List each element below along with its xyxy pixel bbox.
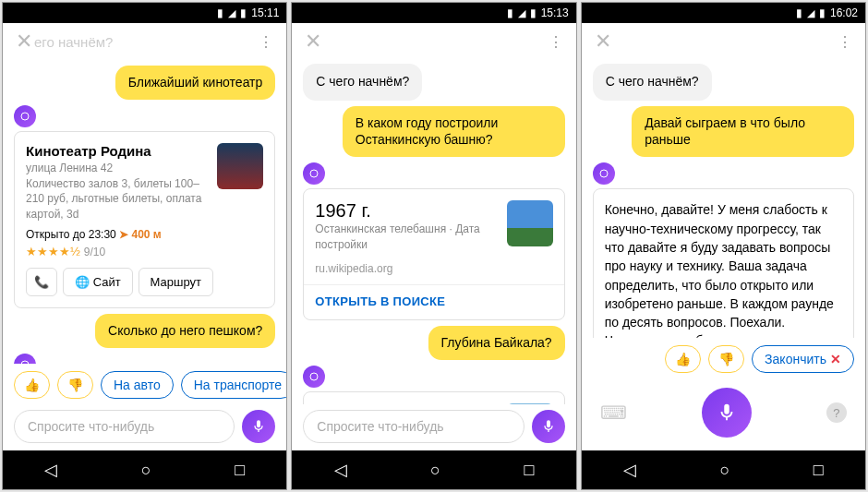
user-message: Давай сыграем в что было раньше (632, 106, 854, 158)
mic-button[interactable] (702, 388, 752, 438)
battery-icon: ▮ (819, 6, 826, 19)
close-x-icon: ✕ (830, 352, 841, 366)
alice-avatar (14, 354, 36, 364)
recent-button[interactable]: □ (814, 461, 824, 480)
cell-icon: ◢ (228, 7, 235, 19)
chat-content: Ближайший кинотеатр Кинотеатр Родина ули… (3, 60, 286, 364)
fact-card[interactable]: 1967 г. Останкинская телебашня · Дата по… (303, 188, 564, 320)
recent-button[interactable]: □ (235, 461, 245, 480)
suggest-chip[interactable]: На транспорте (181, 371, 287, 399)
home-button[interactable]: ○ (430, 461, 440, 480)
mic-button[interactable] (532, 410, 565, 443)
clock: 16:02 (830, 6, 858, 19)
chat-content: С чего начнём? Давай сыграем в что было … (582, 60, 865, 338)
svg-point-4 (600, 170, 608, 177)
alice-avatar (14, 105, 36, 127)
rating: ★★★★½9/10 (26, 245, 263, 258)
signal-icon: ▮ (217, 6, 223, 19)
user-message: Ближайший кинотеатр (115, 66, 276, 100)
suggestion-row: 👍 👎 Закончить ✕ (582, 338, 865, 378)
close-icon[interactable]: ✕ (16, 30, 32, 54)
user-message: В каком году построили Останкинскую башн… (343, 106, 565, 158)
user-message: Сколько до него пешком? (95, 314, 275, 348)
thumbs-up-chip[interactable]: 👍 (14, 371, 50, 399)
cell-icon: ◢ (807, 7, 814, 19)
svg-point-3 (310, 373, 318, 380)
clock: 15:11 (251, 6, 279, 19)
bot-message: С чего начнём? (303, 64, 422, 101)
input-bar: Спросите что-нибудь (292, 404, 575, 450)
alice-avatar (593, 162, 615, 185)
alice-avatar (303, 366, 325, 388)
status-bar: ▮ ◢ ▮ 15:13 (292, 3, 575, 23)
bot-message: Конечно, давайте! У меня слабость к науч… (605, 200, 842, 338)
home-button[interactable]: ○ (719, 461, 729, 480)
voice-bar: ⌨ ? (582, 378, 865, 450)
fact-sub: Останкинская телебашня · Дата постройки (315, 222, 499, 253)
clock: 15:13 (541, 6, 569, 19)
suggest-chip[interactable]: На авто (101, 371, 174, 399)
back-button[interactable]: ◁ (44, 460, 57, 480)
thumbs-down-chip[interactable]: 👎 (708, 345, 744, 373)
chat-header: ✕ ⋮ (582, 23, 865, 60)
status-bar: ▮ ◢ ▮ 16:02 (582, 3, 865, 23)
fact-value: 1967 г. (315, 200, 499, 222)
fact-card[interactable]: 1 642 м Байкал · Максимальная глубина ru… (303, 391, 564, 404)
screen-1: ▮ ◢ ▮ 15:11 ✕ его начнём? ⋮ Ближайший ки… (2, 2, 287, 490)
place-card[interactable]: Кинотеатр Родина улица Ленина 42 Количес… (14, 131, 275, 308)
chat-content: С чего начнём? В каком году построили Ос… (292, 60, 575, 404)
more-icon[interactable]: ⋮ (838, 33, 852, 51)
game-card: Конечно, давайте! У меня слабость к науч… (593, 188, 854, 338)
end-chip[interactable]: Закончить ✕ (752, 345, 854, 373)
chat-header: ✕ ⋮ (292, 23, 575, 60)
alice-avatar (303, 162, 325, 185)
place-photo (217, 143, 263, 189)
user-message: Глубина Байкала? (428, 326, 565, 360)
site-button[interactable]: 🌐 Сайт (63, 268, 133, 296)
thumbs-down-chip[interactable]: 👎 (57, 371, 93, 399)
battery-icon: ▮ (240, 6, 247, 19)
android-nav: ◁ ○ □ (3, 450, 286, 489)
text-input[interactable]: Спросите что-нибудь (303, 410, 524, 443)
bot-message: С чего начнём? (593, 64, 712, 101)
svg-point-2 (310, 170, 318, 177)
open-search-link[interactable]: ОТКРЫТЬ В ПОИСКЕ (315, 294, 552, 308)
suggestion-row: 👍 👎 На авто На транспорте 🔍 "С (3, 364, 286, 404)
signal-icon: ▮ (507, 6, 513, 19)
close-icon[interactable]: ✕ (595, 30, 611, 54)
more-icon[interactable]: ⋮ (259, 33, 273, 51)
source: ru.wikipedia.org (315, 262, 552, 275)
battery-icon: ▮ (530, 6, 536, 19)
ghost-text: его начнём? (34, 34, 113, 50)
svg-point-0 (21, 113, 29, 120)
mic-button[interactable] (242, 410, 275, 443)
place-title: Кинотеатр Родина (26, 143, 210, 159)
text-input[interactable]: Спросите что-нибудь (14, 410, 235, 443)
cell-icon: ◢ (518, 7, 525, 19)
close-icon[interactable]: ✕ (305, 30, 321, 54)
thumbs-up-chip[interactable]: 👍 (665, 345, 701, 373)
place-address: улица Ленина 42 (26, 161, 210, 176)
call-button[interactable]: 📞 (26, 268, 57, 296)
place-details: Количество залов 3, билеты 100–210 руб, … (26, 176, 210, 222)
fact-photo (507, 200, 553, 246)
route-button[interactable]: Маршрут (139, 268, 213, 296)
screen-2: ▮ ◢ ▮ 15:13 ✕ ⋮ С чего начнём? В каком г… (291, 2, 576, 490)
open-hours: Открыто до 23:30 ➤ 400 м (26, 228, 263, 241)
keyboard-icon[interactable]: ⌨ (600, 402, 627, 424)
recent-button[interactable]: □ (524, 461, 534, 480)
back-button[interactable]: ◁ (334, 460, 347, 480)
chat-header: ✕ его начнём? ⋮ (3, 23, 286, 60)
status-bar: ▮ ◢ ▮ 15:11 (3, 3, 286, 23)
signal-icon: ▮ (796, 6, 802, 19)
android-nav: ◁ ○ □ (292, 450, 575, 489)
screen-3: ▮ ◢ ▮ 16:02 ✕ ⋮ С чего начнём? Давай сыг… (581, 2, 866, 490)
android-nav: ◁ ○ □ (582, 450, 865, 489)
input-bar: Спросите что-нибудь (3, 404, 286, 450)
more-icon[interactable]: ⋮ (549, 33, 563, 51)
back-button[interactable]: ◁ (623, 460, 636, 480)
home-button[interactable]: ○ (141, 461, 151, 480)
help-icon[interactable]: ? (826, 402, 847, 423)
